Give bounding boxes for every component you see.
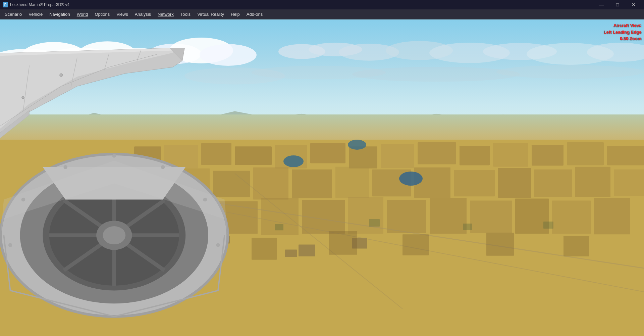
svg-rect-38 <box>253 167 288 200</box>
svg-rect-31 <box>493 143 528 167</box>
svg-rect-64 <box>285 250 297 257</box>
svg-rect-45 <box>534 170 572 197</box>
svg-rect-54 <box>387 200 426 233</box>
menu-world[interactable]: World <box>73 10 92 18</box>
title-bar-left: P Lockheed Martin® Prepar3D® v4 <box>3 2 69 7</box>
svg-point-7 <box>200 44 257 66</box>
svg-rect-27 <box>349 146 377 169</box>
simulation-viewport: Aircraft View: Left Leading Edge 0.50 Zo… <box>0 19 644 336</box>
svg-rect-56 <box>470 201 512 233</box>
svg-point-19 <box>496 65 644 79</box>
svg-rect-30 <box>460 146 490 165</box>
window-controls: — □ ✕ <box>594 0 641 9</box>
hud-line-2: Left Leading Edge <box>603 29 641 36</box>
svg-rect-78 <box>463 224 472 230</box>
svg-rect-59 <box>594 198 630 235</box>
svg-rect-79 <box>543 222 553 229</box>
minimize-button[interactable]: — <box>594 0 609 9</box>
svg-point-97 <box>112 154 116 158</box>
menu-vehicle[interactable]: Vehicle <box>25 10 46 18</box>
svg-point-98 <box>161 165 165 169</box>
svg-point-103 <box>8 243 12 247</box>
svg-rect-72 <box>402 235 429 255</box>
title-bar: P Lockheed Martin® Prepar3D® v4 — □ ✕ <box>0 0 644 9</box>
svg-rect-71 <box>329 231 357 255</box>
app-icon: P <box>3 2 8 7</box>
svg-point-102 <box>21 198 25 202</box>
menu-addons[interactable]: Add-ons <box>243 10 266 18</box>
close-button[interactable]: ✕ <box>626 0 641 9</box>
aircraft-engine <box>0 135 255 336</box>
svg-rect-55 <box>430 198 467 234</box>
svg-rect-33 <box>567 142 604 165</box>
svg-point-99 <box>203 198 207 202</box>
svg-point-18 <box>352 67 520 82</box>
menu-views[interactable]: Views <box>113 10 131 18</box>
maximize-button[interactable]: □ <box>610 0 625 9</box>
menu-tools[interactable]: Tools <box>177 10 194 18</box>
svg-rect-40 <box>335 167 369 198</box>
hud-line-3: 0.50 Zoom <box>603 35 641 42</box>
svg-point-96 <box>103 226 125 244</box>
svg-rect-28 <box>381 144 414 168</box>
hud-line-1: Aircraft View: <box>603 22 641 29</box>
app-title: Lockheed Martin® Prepar3D® v4 <box>10 2 69 7</box>
svg-rect-58 <box>552 201 591 234</box>
hud-overlay: Aircraft View: Left Leading Edge 0.50 Zo… <box>603 22 641 42</box>
menu-network[interactable]: Network <box>154 10 177 18</box>
svg-rect-34 <box>607 146 644 165</box>
svg-rect-26 <box>310 143 345 163</box>
menu-navigation[interactable]: Navigation <box>46 10 73 18</box>
svg-rect-53 <box>348 197 383 234</box>
svg-rect-44 <box>498 168 531 198</box>
menu-bar: Scenario Vehicle Navigation World Option… <box>0 9 644 19</box>
svg-rect-74 <box>564 236 589 256</box>
svg-rect-46 <box>575 167 610 197</box>
menu-analysis[interactable]: Analysis <box>131 10 154 18</box>
svg-rect-77 <box>369 219 380 227</box>
svg-point-101 <box>63 165 67 169</box>
menu-virtual-reality[interactable]: Virtual Reality <box>194 10 227 18</box>
menu-scenario[interactable]: Scenario <box>1 10 25 18</box>
svg-rect-73 <box>486 233 514 256</box>
svg-point-85 <box>22 96 24 99</box>
lake-3 <box>399 172 423 186</box>
menu-help[interactable]: Help <box>227 10 243 18</box>
svg-rect-63 <box>299 245 315 256</box>
menu-options[interactable]: Options <box>91 10 113 18</box>
svg-rect-70 <box>252 238 277 260</box>
svg-rect-32 <box>532 145 564 165</box>
svg-rect-29 <box>418 142 456 164</box>
svg-rect-39 <box>292 170 332 198</box>
svg-rect-76 <box>275 224 283 230</box>
svg-point-100 <box>216 243 220 247</box>
svg-point-84 <box>60 74 63 77</box>
svg-rect-43 <box>454 170 495 197</box>
svg-rect-47 <box>614 170 644 196</box>
